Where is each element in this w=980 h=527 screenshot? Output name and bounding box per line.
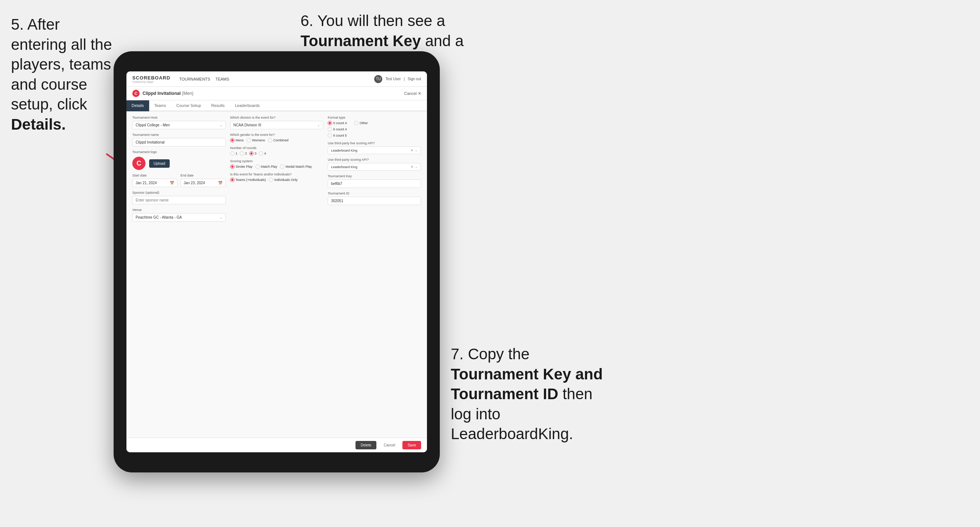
calendar-icon-end: 📅 [218,181,223,185]
format-options-left: 5 count 4 6 count 4 6 count 5 [328,121,347,138]
scoring-match[interactable]: Match Play [255,164,277,169]
form-content: Tournament Host Clippd College - Men Tou… [126,111,427,438]
scoring-radio-group: Stroke Play Match Play Medal Match Play [230,164,324,169]
sponsor-group: Sponsor (optional) [132,191,226,204]
cancel-button[interactable]: Cancel [379,441,399,449]
tournament-host-group: Tournament Host Clippd College - Men [132,116,226,129]
gender-womens[interactable]: Womens [247,138,265,143]
team-individuals-radio[interactable] [269,178,273,182]
format-5count4-radio[interactable] [328,121,332,125]
tournament-key-group: Tournament Key bef6b7 [328,174,421,188]
dropdown-1-icon[interactable]: ⌄ [415,148,418,152]
tab-results[interactable]: Results [206,100,230,111]
venue-input[interactable]: Peachtree GC - Atlanta - GA [132,213,226,222]
gender-label: Which gender is the event for? [230,133,324,137]
scoring-stroke[interactable]: Stroke Play [230,164,253,169]
form-grid: Tournament Host Clippd College - Men Tou… [132,116,421,222]
form-col-left: Tournament Host Clippd College - Men Tou… [132,116,226,222]
tab-leaderboards[interactable]: Leaderboards [230,100,265,111]
gender-combined-radio[interactable] [268,138,272,143]
tournament-key-input[interactable]: bef6b7 [328,179,421,188]
delete-button[interactable]: Delete [355,441,376,449]
annotation-bottom-right: 7. Copy the Tournament Key and Tournamen… [451,344,605,444]
round-4[interactable]: 4 [259,151,266,156]
logo-preview: C Upload [132,157,226,170]
gender-mens[interactable]: Mens [230,138,244,143]
rounds-label: Number of rounds [230,146,324,150]
logo-letter: C [132,157,145,170]
nav-teams[interactable]: TEAMS [215,77,229,81]
scoring-match-radio[interactable] [255,164,260,169]
gender-combined[interactable]: Combined [268,138,288,143]
format-type-label: Format type [328,116,421,119]
tab-details[interactable]: Details [126,100,149,111]
tournament-id-input[interactable]: 302051 [328,197,421,205]
round-2[interactable]: 2 [240,151,247,156]
third-party-1-label: Use third-party live scoring API? [328,141,421,145]
tournament-name: Clippd Invitational (Men) [143,91,194,96]
gender-mens-radio[interactable] [230,138,235,143]
tournament-id-label: Tournament ID [328,192,421,195]
end-date-input[interactable]: Jan 23, 2024 📅 [180,179,225,187]
form-col-right: Format type 5 count 4 6 count 4 [328,116,421,222]
team-teams-radio[interactable] [230,178,235,182]
top-nav: SCOREBOARD Powered by clippd TOURNAMENTS… [126,71,427,87]
format-options-right: Other [354,121,368,125]
gender-womens-radio[interactable] [247,138,251,143]
format-6count5-radio[interactable] [328,133,332,138]
tab-teams[interactable]: Teams [149,100,171,111]
annotation-left: 5. After entering all the players, teams… [11,15,114,135]
round-1[interactable]: 1 [230,151,237,156]
tournament-name-input[interactable]: Clippd Invitational [132,138,226,146]
round-1-radio[interactable] [230,151,235,156]
team-teams[interactable]: Teams (+Individuals) [230,178,266,182]
sign-out-link[interactable]: Sign out [407,77,421,81]
scoring-medal-radio[interactable] [280,164,285,169]
scoring-stroke-radio[interactable] [230,164,235,169]
team-group: Is this event for Teams and/or Individua… [230,173,324,182]
tournament-logo-c: C [132,90,140,97]
form-col-middle: Which division is the event for? NCAA Di… [230,116,324,222]
save-button[interactable]: Save [402,441,421,449]
format-other-radio[interactable] [354,121,358,125]
upload-button[interactable]: Upload [149,159,170,168]
tablet-device: SCOREBOARD Powered by clippd TOURNAMENTS… [114,51,440,472]
dropdown-2-icon[interactable]: ⌄ [415,165,418,169]
third-party-1-group: Use third-party live scoring API? Leader… [328,141,421,154]
format-6count4-radio[interactable] [328,127,332,132]
format-5count4[interactable]: 5 count 4 [328,121,347,125]
start-date-input[interactable]: Jan 21, 2024 📅 [132,179,177,187]
third-party-2-label: Use third-party scoring API? [328,158,421,162]
round-2-radio[interactable] [240,151,244,156]
date-row: Start date Jan 21, 2024 📅 End date Jan 2… [132,174,226,187]
rounds-group: Number of rounds 1 2 [230,146,324,156]
tournament-logo-group: Tournament logo C Upload [132,150,226,170]
round-3[interactable]: 3 [249,151,256,156]
format-6count5[interactable]: 6 count 5 [328,133,347,138]
end-date-group: End date Jan 23, 2024 📅 [180,174,225,187]
division-input[interactable]: NCAA Division III [230,121,324,129]
scoreboard-logo: SCOREBOARD Powered by clippd [132,75,170,83]
cancel-tournament-btn[interactable]: Cancel ✕ [404,91,421,96]
third-party-1-input[interactable]: Leaderboard King ✕ ⌄ [328,146,421,154]
team-individuals[interactable]: Individuals Only [269,178,298,182]
tournament-header: C Clippd Invitational (Men) Cancel ✕ [126,87,427,100]
tab-course-setup[interactable]: Course Setup [171,100,206,111]
scoring-medal-match[interactable]: Medal Match Play [280,164,312,169]
nav-tournaments[interactable]: TOURNAMENTS [179,77,210,81]
format-6count4[interactable]: 6 count 4 [328,127,347,132]
format-other[interactable]: Other [354,121,368,125]
bottom-bar: Delete Cancel Save [126,438,427,452]
clear-2-btn[interactable]: ✕ [410,165,414,169]
clear-1-btn[interactable]: ✕ [410,148,414,152]
third-party-2-input[interactable]: Leaderboard King ✕ ⌄ [328,163,421,171]
user-label: Test User [385,77,401,81]
tournament-host-input[interactable]: Clippd College - Men [132,121,226,129]
round-3-radio[interactable] [249,151,254,156]
round-4-radio[interactable] [259,151,263,156]
team-radio-group: Teams (+Individuals) Individuals Only [230,178,324,182]
sponsor-input[interactable] [132,196,226,204]
tablet-screen: SCOREBOARD Powered by clippd TOURNAMENTS… [126,71,427,452]
start-date-label: Start date [132,174,177,177]
tournament-id-group: Tournament ID 302051 [328,192,421,205]
